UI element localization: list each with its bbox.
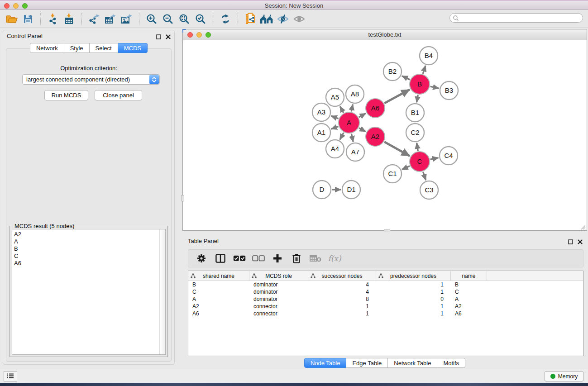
node-A4[interactable]: A4 <box>326 140 344 158</box>
edge-A-A6[interactable] <box>359 114 366 117</box>
resize-grip-icon[interactable] <box>580 224 586 229</box>
tab-edge-table[interactable]: Edge Table <box>346 358 388 368</box>
edge-A-A1[interactable] <box>331 127 339 129</box>
splitter-handle-bottom[interactable] <box>384 229 390 232</box>
edge-A6-B[interactable] <box>384 90 410 103</box>
search-field[interactable] <box>449 13 583 23</box>
table-cell[interactable]: 1 <box>376 281 451 288</box>
node-B[interactable]: B <box>410 74 430 94</box>
table-row[interactable]: A2connector11A2 <box>188 303 583 310</box>
mcds-result-list[interactable]: A2ABCA6 <box>12 229 166 355</box>
edge-C-C2[interactable] <box>417 143 418 151</box>
network-canvas[interactable]: AA6A2BCA1A3A4A5A7A8B1B2B3B4C1C2C3C4DD1 <box>183 41 587 230</box>
table-cell[interactable]: dominator <box>249 296 308 302</box>
optimization-criterion-dropdown[interactable]: largest connected component (directed) <box>22 74 160 85</box>
close-table-panel-icon[interactable] <box>578 238 583 246</box>
node-B2[interactable]: B2 <box>383 62 402 81</box>
table-cell[interactable]: A <box>188 296 249 302</box>
tab-mcds[interactable]: MCDS <box>118 43 148 53</box>
add-column-button[interactable] <box>269 251 286 266</box>
table-row[interactable]: Bdominator41B <box>188 281 583 288</box>
table-cell[interactable]: 8 <box>308 296 376 302</box>
table-cell[interactable]: 1 <box>376 289 451 295</box>
zoom-selected-button[interactable] <box>192 11 209 27</box>
column-header-name[interactable]: name <box>451 271 487 281</box>
table-cell[interactable]: A2 <box>451 303 487 310</box>
table-cell[interactable]: 1 <box>376 303 451 310</box>
edge-A-A2[interactable] <box>359 128 366 132</box>
float-table-panel-icon[interactable] <box>568 238 573 246</box>
delete-column-button[interactable] <box>288 251 305 266</box>
node-B3[interactable]: B3 <box>440 81 458 100</box>
node-C1[interactable]: C1 <box>383 165 402 183</box>
table-columns-button[interactable] <box>212 251 229 266</box>
column-header-shared-name[interactable]: shared name <box>188 271 249 281</box>
tab-select[interactable]: Select <box>90 43 118 53</box>
table-cell[interactable]: dominator <box>249 289 308 295</box>
settings-gear-button[interactable] <box>193 251 210 266</box>
table-cell[interactable]: A <box>451 296 487 302</box>
hide-eye-button[interactable] <box>275 11 291 27</box>
mcds-result-item[interactable]: C <box>14 253 21 260</box>
column-header-MCDS-role[interactable]: MCDS role <box>249 271 308 281</box>
network-window-titlebar[interactable]: testGlobe.txt <box>183 29 587 40</box>
node-A5[interactable]: A5 <box>326 88 344 106</box>
tab-motifs[interactable]: Motifs <box>437 358 465 368</box>
tab-node-table[interactable]: Node Table <box>304 358 347 368</box>
edge-A-A3[interactable] <box>331 116 339 119</box>
save-session-button[interactable] <box>20 11 36 27</box>
refresh-layout-button[interactable] <box>217 11 234 27</box>
task-history-button[interactable] <box>4 371 17 381</box>
table-cell[interactable]: 4 <box>308 289 376 295</box>
mcds-result-item[interactable]: A2 <box>14 231 21 238</box>
table-cell[interactable]: 1 <box>308 303 376 310</box>
deselect-all-columns-button[interactable] <box>250 251 267 266</box>
import-table-button[interactable] <box>61 11 77 27</box>
float-panel-icon[interactable] <box>156 33 161 41</box>
mcds-result-item[interactable]: B <box>14 245 21 253</box>
close-panel-button[interactable]: Close panel <box>95 90 142 100</box>
node-A8[interactable]: A8 <box>346 85 364 103</box>
tab-network-table[interactable]: Network Table <box>388 358 437 368</box>
table-cell[interactable]: A2 <box>188 303 249 310</box>
edge-A-A7[interactable] <box>351 133 353 142</box>
node-D1[interactable]: D1 <box>342 181 360 199</box>
node-A6[interactable]: A6 <box>366 99 385 118</box>
table-cell[interactable]: connector <box>249 303 308 310</box>
table-row[interactable]: Cdominator41C <box>188 288 583 295</box>
edge-B-B3[interactable] <box>430 86 439 88</box>
edge-B-B2[interactable] <box>402 76 410 80</box>
mcds-result-item[interactable]: A6 <box>14 260 21 267</box>
edge-C-C3[interactable] <box>423 172 426 180</box>
import-network-button[interactable] <box>45 11 61 27</box>
node-A[interactable]: A <box>339 112 359 133</box>
table-cell[interactable]: A6 <box>188 310 249 317</box>
table-cell[interactable]: C <box>188 289 249 295</box>
show-eye-button[interactable] <box>291 11 307 27</box>
zoom-in-button[interactable] <box>143 11 160 27</box>
edge-A-A8[interactable] <box>351 105 353 112</box>
column-header-successor-nodes[interactable]: successor nodes <box>308 271 376 281</box>
edge-A-A5[interactable] <box>340 106 344 113</box>
table-cell[interactable]: C <box>451 289 487 295</box>
select-all-columns-button[interactable] <box>231 251 248 266</box>
node-C[interactable]: C <box>410 152 430 172</box>
run-mcds-button[interactable]: Run MCDS <box>44 90 88 100</box>
tab-network[interactable]: Network <box>30 43 64 53</box>
node-A1[interactable]: A1 <box>312 124 330 142</box>
edge-B-B1[interactable] <box>417 95 418 103</box>
edge-C-C1[interactable] <box>402 166 410 170</box>
table-cell[interactable]: connector <box>249 310 308 317</box>
table-cell[interactable]: B <box>188 281 249 288</box>
close-panel-icon[interactable] <box>166 33 171 41</box>
zoom-out-button[interactable] <box>160 11 176 27</box>
export-table-button[interactable] <box>102 11 119 27</box>
mcds-result-item[interactable]: A <box>14 238 21 245</box>
zoom-fit-button[interactable] <box>176 11 192 27</box>
node-C3[interactable]: C3 <box>420 181 438 199</box>
search-input[interactable] <box>459 14 583 22</box>
table-cell[interactable]: 1 <box>308 310 376 317</box>
edge-B-B4[interactable] <box>423 66 425 74</box>
open-file-button[interactable] <box>4 11 20 27</box>
table-row[interactable]: A6connector11A6 <box>188 310 583 317</box>
